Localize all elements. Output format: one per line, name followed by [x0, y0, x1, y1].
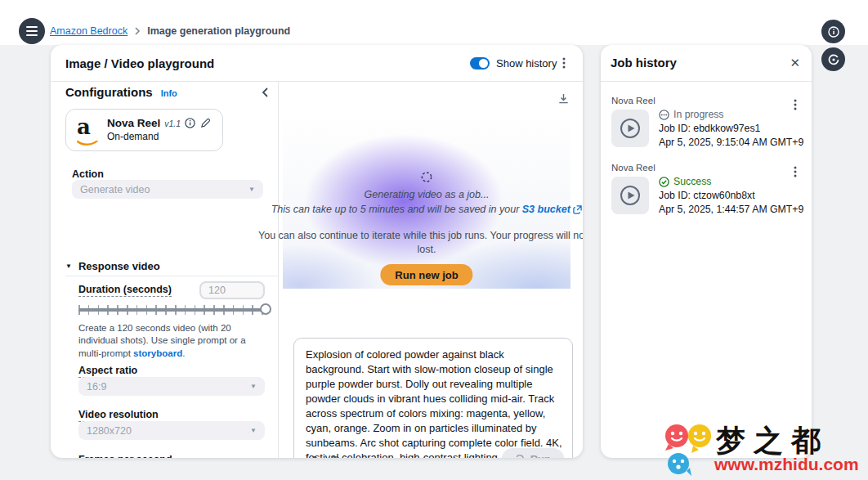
- action-label: Action: [72, 168, 104, 180]
- breadcrumb-current: Image generation playground: [147, 25, 290, 37]
- aspect-ratio-label[interactable]: Aspect ratio: [78, 365, 137, 378]
- video-resolution-value: 1280x720: [87, 425, 132, 437]
- response-video-title: Response video: [78, 260, 160, 272]
- configurations-title: Configurations: [65, 85, 153, 99]
- job-timestamp: Apr 5, 2025, 9:15:04 AM GMT+9: [659, 136, 806, 150]
- play-icon: [619, 117, 642, 140]
- model-card[interactable]: a Nova Reel v1.1 On-demand: [65, 109, 223, 151]
- model-throughput: On-demand: [107, 131, 159, 142]
- job-history-item: Nova Reel Success Job ID: ctzow60nb8xt A…: [601, 163, 812, 230]
- run-new-job-button[interactable]: Run new job: [380, 264, 472, 285]
- settings-icon[interactable]: [821, 47, 845, 71]
- viewer-panel: Generating video as a job... This can ta…: [280, 82, 583, 458]
- run-spinner-icon: [515, 454, 525, 458]
- video-resolution-select[interactable]: 1280x720 ▼: [78, 421, 265, 440]
- slider-thumb[interactable]: [260, 303, 271, 315]
- aspect-ratio-value: 16:9: [87, 381, 106, 393]
- model-name: Nova Reel: [107, 117, 160, 129]
- amazon-logo-icon: a: [77, 118, 100, 142]
- storyboard-link[interactable]: storyboard: [133, 348, 182, 358]
- run-button[interactable]: Run: [502, 448, 564, 458]
- breadcrumb: Amazon Bedrock Image generation playgrou…: [50, 25, 290, 37]
- collapse-panel-icon[interactable]: [261, 87, 270, 101]
- expand-icon[interactable]: [306, 455, 317, 458]
- toggle-switch[interactable]: [470, 57, 490, 70]
- duration-input[interactable]: 120: [199, 281, 265, 299]
- fps-label[interactable]: Frames per second: [78, 454, 172, 458]
- duration-label[interactable]: Duration (seconds): [78, 284, 172, 297]
- copy-icon[interactable]: [328, 455, 340, 458]
- job-id: Job ID: ebdkkow97es1: [659, 122, 806, 136]
- run-button-label: Run: [530, 453, 551, 459]
- job-video-thumbnail[interactable]: [611, 177, 649, 214]
- chevron-down-icon: ▼: [250, 383, 257, 390]
- duration-help-text: Create a 120 seconds video (with 20 indi…: [78, 322, 270, 360]
- watermark-url: www.mzhidu.com: [714, 455, 859, 474]
- job-status: Success: [659, 175, 806, 189]
- section-caret-icon: ▼: [65, 262, 72, 270]
- job-history-panel: Job history ✕ Nova Reel In progress Job …: [601, 45, 812, 458]
- top-bar: Amazon Bedrock Image generation playgrou…: [0, 0, 868, 45]
- show-history-toggle[interactable]: Show history: [470, 57, 557, 70]
- job-model-name: Nova Reel: [611, 163, 655, 173]
- iterate-text-line1: You can also continue to iterate while t…: [250, 230, 583, 241]
- iterate-text-line2: lost.: [283, 244, 570, 255]
- model-info-icon[interactable]: [185, 118, 195, 128]
- loading-spinner-icon: [421, 171, 433, 186]
- job-history-item: Nova Reel In progress Job ID: ebdkkow97e…: [601, 96, 812, 163]
- chevron-down-icon: ▼: [250, 427, 257, 434]
- hamburger-menu-icon[interactable]: [19, 18, 45, 44]
- chevron-down-icon: ▼: [248, 186, 255, 193]
- job-video-thumbnail[interactable]: [611, 110, 649, 147]
- generation-preview: Generating video as a job... This can ta…: [283, 120, 570, 289]
- model-edit-icon[interactable]: [200, 118, 211, 128]
- success-icon: [659, 177, 669, 187]
- job-status: In progress: [659, 108, 806, 122]
- playground-card: Image / Video playground Show history Co…: [51, 45, 583, 458]
- prompt-text: Explosion of colored powder against blac…: [306, 348, 562, 458]
- job-timestamp: Apr 5, 2025, 1:44:57 AM GMT+9: [659, 203, 806, 217]
- response-video-section-header[interactable]: ▼ Response video: [65, 260, 160, 272]
- s3-bucket-link[interactable]: S3 bucket: [522, 204, 570, 215]
- action-value: Generate video: [80, 184, 150, 195]
- breadcrumb-amazon-bedrock-link[interactable]: Amazon Bedrock: [50, 25, 128, 37]
- watermark-bubbles-icon: [664, 423, 714, 477]
- external-link-icon[interactable]: [573, 205, 582, 217]
- play-icon: [619, 184, 642, 207]
- configurations-info-link[interactable]: Info: [161, 88, 177, 98]
- model-version: v1.1: [164, 119, 181, 128]
- generating-detail-text: This can take up to 5 minutes and will b…: [266, 204, 583, 217]
- video-resolution-label[interactable]: Video resolution: [78, 409, 159, 422]
- generating-status-text: Generating video as a job...: [283, 189, 570, 200]
- in-progress-icon: [659, 110, 669, 120]
- job-model-name: Nova Reel: [611, 96, 655, 105]
- job-id: Job ID: ctzow60nb8xt: [659, 189, 806, 203]
- action-select[interactable]: Generate video ▼: [72, 180, 263, 199]
- duration-slider[interactable]: [78, 303, 268, 316]
- page-title: Image / Video playground: [65, 56, 214, 70]
- configurations-panel: Configurations Info a Nova Reel v1.1 On-…: [51, 82, 279, 458]
- playground-header: Image / Video playground Show history: [51, 45, 583, 82]
- info-panel-icon[interactable]: [821, 20, 845, 43]
- site-watermark: 梦之都 www.mzhidu.com: [664, 416, 866, 478]
- prompt-textarea[interactable]: Explosion of colored powder against blac…: [293, 338, 573, 458]
- playground-kebab-menu-icon[interactable]: [557, 56, 570, 70]
- breadcrumb-chevron-icon: [134, 27, 141, 35]
- aspect-ratio-select[interactable]: 16:9 ▼: [78, 377, 265, 396]
- close-icon[interactable]: ✕: [790, 56, 800, 70]
- show-history-label: Show history: [496, 57, 557, 70]
- download-icon[interactable]: [557, 92, 570, 108]
- job-history-title: Job history: [611, 56, 677, 70]
